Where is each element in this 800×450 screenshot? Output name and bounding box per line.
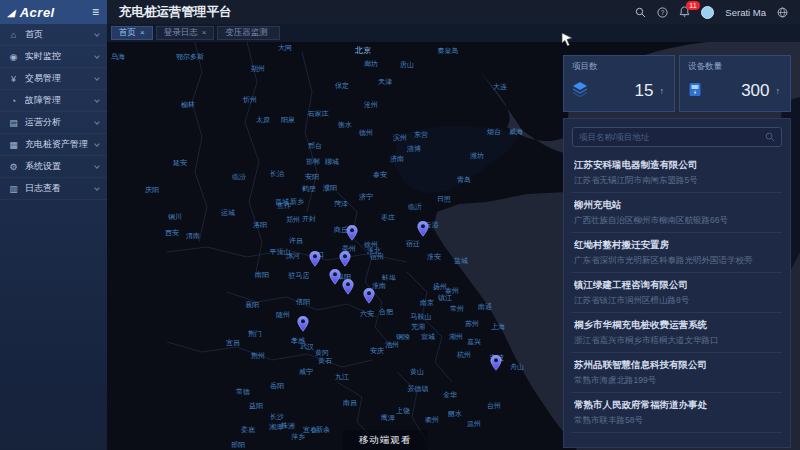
map-city-label: 合肥 bbox=[379, 307, 393, 317]
map-city-label: 榆林 bbox=[181, 100, 195, 110]
map-pin[interactable] bbox=[339, 251, 351, 271]
sidebar-item-icon: ▦ bbox=[8, 140, 19, 150]
sidebar-item[interactable]: ⚙ 系统设置 bbox=[0, 156, 107, 178]
map-city-label: 湖州 bbox=[449, 332, 463, 342]
tab[interactable]: 首页 × bbox=[111, 26, 153, 40]
map-city-label: 株洲 bbox=[281, 421, 295, 431]
sidebar-item-icon: ◔ bbox=[8, 96, 19, 106]
sidebar-item[interactable]: ◔ 故障管理 bbox=[0, 90, 107, 112]
map-overlay-hint: 移动端观看 bbox=[343, 430, 428, 450]
username[interactable]: Serati Ma bbox=[725, 7, 766, 18]
help-icon[interactable]: ? bbox=[657, 7, 668, 18]
mouse-cursor bbox=[561, 33, 573, 47]
project-name: 镇江绿建工程咨询有限公司 bbox=[574, 279, 780, 292]
stat-label: 项目数 bbox=[572, 61, 666, 73]
project-search-input[interactable] bbox=[573, 132, 765, 142]
project-name: 常熟市人民政府常福街道办事处 bbox=[574, 399, 780, 412]
map-city-label: 石家庄 bbox=[308, 109, 329, 119]
chevron-down-icon bbox=[94, 141, 100, 147]
sidebar-item-label: 充电桩资产管理 bbox=[25, 138, 88, 151]
project-address: 广西壮族自治区柳州市柳南区航银路66号 bbox=[574, 215, 780, 227]
map-city-label: 鹤壁 bbox=[302, 184, 316, 194]
map-city-label: 襄阳 bbox=[245, 300, 259, 310]
map-pin[interactable] bbox=[297, 316, 309, 336]
project-address: 江苏省镇江市润州区檀山路8号 bbox=[574, 295, 780, 307]
project-list-item[interactable]: 苏州品联智慧信息科技有限公司 常熟市海虞北路199号 bbox=[572, 353, 782, 393]
map-pin[interactable] bbox=[490, 355, 502, 375]
sidebar-item[interactable]: ▦ 充电桩资产管理 bbox=[0, 134, 107, 156]
project-name: 红坳村整村搬迁安置房 bbox=[574, 239, 780, 252]
project-list-item[interactable]: 桐乡市华桐充电桩收费运营系统 浙江省嘉兴市桐乡市梧桐大道文华路口 bbox=[572, 313, 782, 353]
project-address: 常熟市海虞北路199号 bbox=[574, 375, 780, 387]
trend-up-icon: ↑ bbox=[660, 86, 665, 96]
tab[interactable]: 登录日志 × bbox=[156, 26, 215, 40]
map-city-label: 马鞍山 bbox=[411, 312, 432, 322]
map-city-label: 岳阳 bbox=[270, 381, 284, 391]
sidebar-item[interactable]: ⌂ 首页 bbox=[0, 24, 107, 46]
project-list-item[interactable]: 江苏安科瑞电器制造有限公司 江苏省无锡江阴市南闸东盟路5号 bbox=[572, 153, 782, 193]
tab-bar: 首页 × 登录日志 × 变压器监测 bbox=[107, 24, 800, 42]
stat-label: 设备数量 bbox=[688, 61, 782, 73]
map-city-label: 镇江 bbox=[438, 293, 452, 303]
sidebar-item[interactable]: ▤ 运营分析 bbox=[0, 112, 107, 134]
map-pin[interactable] bbox=[363, 288, 375, 308]
sidebar-item[interactable]: ¥ 交易管理 bbox=[0, 68, 107, 90]
map-city-label: 信阳 bbox=[296, 297, 310, 307]
map-city-label: 临汾 bbox=[232, 172, 246, 182]
map-city-label: 荆州 bbox=[251, 351, 265, 361]
project-list-item[interactable]: 常熟市人民政府常福街道办事处 常熟市联丰路58号 bbox=[572, 393, 782, 433]
search-icon[interactable] bbox=[765, 132, 781, 142]
chevron-down-icon bbox=[94, 53, 100, 59]
project-name: 苏州品联智慧信息科技有限公司 bbox=[574, 359, 780, 372]
project-list-item[interactable]: 红坳村整村搬迁安置房 广东省深圳市光明新区科泰路光明外国语学校旁 bbox=[572, 233, 782, 273]
map-city-label: 娄底 bbox=[241, 425, 255, 435]
map-city-label: 西安 bbox=[165, 228, 179, 238]
map-city-label: 六安 bbox=[360, 309, 374, 319]
map-city-label: 烟台 bbox=[487, 127, 501, 137]
stat-card-projects: 项目数 15 ↑ bbox=[563, 55, 675, 112]
search-icon[interactable] bbox=[635, 7, 646, 18]
project-list-item[interactable]: 柳州充电站 广西壮族自治区柳州市柳南区航银路66号 bbox=[572, 193, 782, 233]
map-pin[interactable] bbox=[417, 221, 429, 241]
map-city-label: 枣庄 bbox=[381, 213, 395, 223]
tab[interactable]: 变压器监测 bbox=[217, 26, 280, 40]
project-list-item[interactable]: 镇江绿建工程咨询有限公司 江苏省镇江市润州区檀山路8号 bbox=[572, 273, 782, 313]
stat-card-devices: 设备数量 300 ↑ bbox=[679, 55, 791, 112]
project-list: 江苏安科瑞电器制造有限公司 江苏省无锡江阴市南闸东盟路5号 柳州充电站 广西壮族… bbox=[572, 153, 782, 433]
sidebar-item-label: 实时监控 bbox=[25, 50, 61, 63]
map-city-label: 青岛 bbox=[457, 175, 471, 185]
map-pin[interactable] bbox=[329, 269, 341, 289]
map-city-label: 乌海 bbox=[111, 52, 125, 62]
map-pin[interactable] bbox=[346, 225, 358, 245]
sidebar-item[interactable]: ▥ 日志查看 bbox=[0, 178, 107, 200]
tab-close-icon[interactable]: × bbox=[202, 29, 207, 37]
map-city-label: 宜昌 bbox=[226, 338, 240, 348]
map-city-label: 鄂尔多斯 bbox=[176, 52, 204, 62]
map-city-label: 南阳 bbox=[255, 270, 269, 280]
menu-toggle-icon[interactable]: ≡ bbox=[92, 6, 99, 18]
map-city-label: 舟山 bbox=[510, 362, 524, 372]
notification-badge: 11 bbox=[686, 1, 699, 10]
sidebar-item-icon: ▥ bbox=[8, 184, 19, 194]
map-city-label: 济南 bbox=[390, 154, 404, 164]
sidebar-item-label: 日志查看 bbox=[25, 182, 61, 195]
map-city-label: 淄博 bbox=[407, 144, 421, 154]
svg-text:?: ? bbox=[661, 8, 665, 15]
avatar[interactable] bbox=[701, 6, 714, 19]
map-pin[interactable] bbox=[342, 279, 354, 299]
project-name: 桐乡市华桐充电桩收费运营系统 bbox=[574, 319, 780, 332]
map-city-label: 台州 bbox=[487, 401, 501, 411]
map-city-label: 杭州 bbox=[457, 350, 471, 360]
map-city-label: 常州 bbox=[450, 304, 464, 314]
map-pin[interactable] bbox=[309, 251, 321, 271]
sidebar-item[interactable]: ◉ 实时监控 bbox=[0, 46, 107, 68]
map-city-label: 盐城 bbox=[454, 256, 468, 266]
notification-bell-icon[interactable]: 11 bbox=[679, 6, 690, 18]
tab-close-icon[interactable]: × bbox=[140, 29, 145, 37]
map-city-label: 潍坊 bbox=[470, 151, 484, 161]
map-city-label: 芜湖 bbox=[411, 322, 425, 332]
map-city-label: 东营 bbox=[414, 130, 428, 140]
language-globe-icon[interactable] bbox=[777, 7, 788, 18]
trend-up-icon: ↑ bbox=[776, 86, 781, 96]
map-city-label: 新余 bbox=[316, 425, 330, 435]
